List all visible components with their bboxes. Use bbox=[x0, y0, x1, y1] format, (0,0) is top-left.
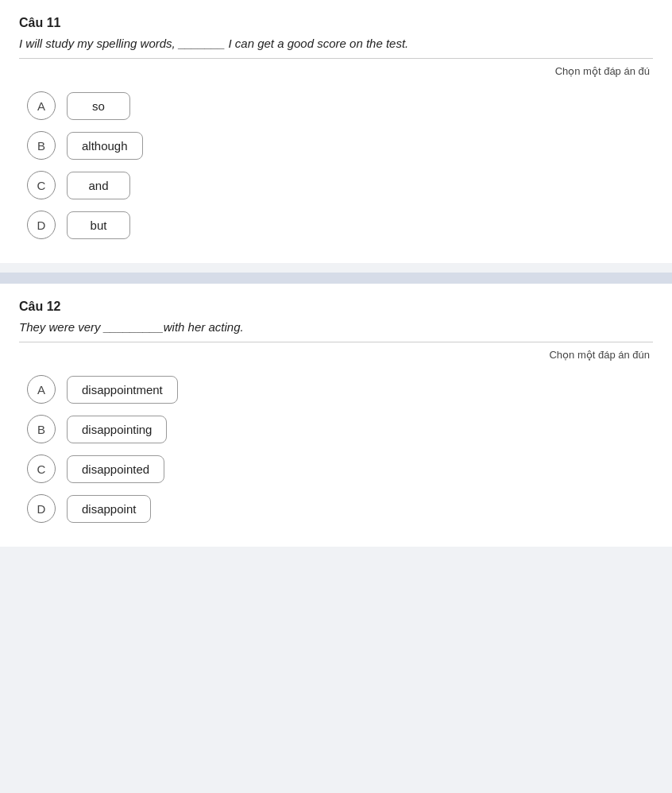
option-row-11-b: B although bbox=[27, 131, 653, 160]
option-box-11-c[interactable]: and bbox=[67, 172, 130, 199]
question-11-number: Câu 11 bbox=[19, 16, 653, 30]
option-box-11-b[interactable]: although bbox=[67, 132, 143, 160]
option-circle-11-d[interactable]: D bbox=[27, 211, 56, 239]
options-list-11: A so B although C and D but bbox=[19, 91, 653, 239]
option-row-12-d: D disappoint bbox=[27, 494, 653, 523]
option-box-11-a[interactable]: so bbox=[67, 92, 130, 120]
option-circle-12-c[interactable]: C bbox=[27, 455, 56, 483]
options-list-12: A disappointment B disappointing C disap… bbox=[19, 375, 653, 523]
option-circle-12-d[interactable]: D bbox=[27, 494, 56, 523]
option-circle-11-a[interactable]: A bbox=[27, 91, 56, 120]
option-row-11-c: C and bbox=[27, 171, 653, 199]
option-box-12-b[interactable]: disappointing bbox=[67, 416, 167, 443]
option-circle-11-c[interactable]: C bbox=[27, 171, 56, 199]
option-box-12-c[interactable]: disappointed bbox=[67, 455, 164, 483]
option-row-12-a: A disappointment bbox=[27, 375, 653, 404]
option-row-11-a: A so bbox=[27, 91, 653, 120]
question-12-text: They were very _________with her acting. bbox=[19, 320, 653, 334]
option-circle-12-a[interactable]: A bbox=[27, 375, 56, 404]
divider-12 bbox=[19, 342, 653, 342]
option-box-12-a[interactable]: disappointment bbox=[67, 376, 178, 404]
option-row-12-c: C disappointed bbox=[27, 455, 653, 483]
chon-label-12: Chọn một đáp án đún bbox=[19, 349, 653, 361]
question-11-text: I will study my spelling words, _______ … bbox=[19, 37, 653, 50]
option-circle-11-b[interactable]: B bbox=[27, 131, 56, 160]
option-box-11-d[interactable]: but bbox=[67, 211, 130, 239]
question-12-number: Câu 12 bbox=[19, 300, 653, 314]
option-circle-12-b[interactable]: B bbox=[27, 415, 56, 443]
option-row-11-d: D but bbox=[27, 211, 653, 239]
option-box-12-d[interactable]: disappoint bbox=[67, 495, 151, 523]
section-separator bbox=[0, 273, 672, 284]
question-11-block: Câu 11 I will study my spelling words, _… bbox=[0, 0, 672, 263]
option-row-12-b: B disappointing bbox=[27, 415, 653, 443]
divider-11 bbox=[19, 58, 653, 59]
question-12-block: Câu 12 They were very _________with her … bbox=[0, 284, 672, 547]
chon-label-11: Chọn một đáp án đú bbox=[19, 65, 653, 77]
